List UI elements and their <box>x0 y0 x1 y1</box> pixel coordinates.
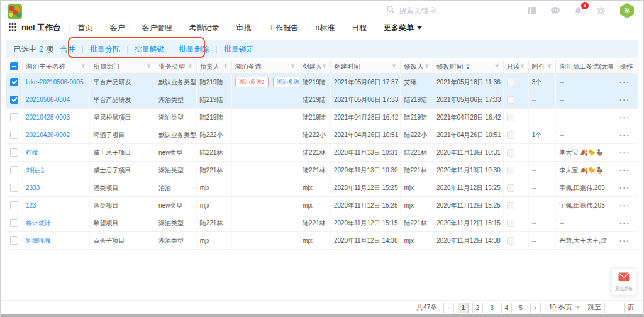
nav-more-menu[interactable]: 更多菜单 <box>384 23 422 33</box>
notifications-bell-icon[interactable]: 8 <box>574 6 583 16</box>
jump-page-input[interactable] <box>604 303 625 313</box>
cell-dept: 威士忌子项目 <box>90 144 155 161</box>
batch-button-3[interactable]: 批量删除 <box>179 44 209 55</box>
record-link[interactable]: 20210506-0004 <box>26 96 70 103</box>
row-actions-button[interactable]: ··· <box>619 131 630 139</box>
filter-icon[interactable] <box>519 64 525 69</box>
batch-button-2[interactable]: 批量解锁 <box>135 44 165 55</box>
page-button-5[interactable]: 5 <box>516 303 526 313</box>
row-actions-button[interactable]: ··· <box>619 184 630 192</box>
next-page-button[interactable]: › <box>530 303 541 313</box>
page-button-2[interactable]: 2 <box>472 303 483 313</box>
row-actions-button[interactable]: ··· <box>619 237 630 245</box>
record-link[interactable]: 20210426-0002 <box>26 131 70 138</box>
cell-multi <box>232 214 300 231</box>
filter-icon[interactable] <box>321 64 327 69</box>
table-row: 阿姨嘎嘎百合子项目湖泊类型mjxmjx2020年11月12日 14:38mjx2… <box>6 232 638 250</box>
row-checkbox[interactable] <box>10 96 18 104</box>
sort-icon[interactable] <box>466 64 470 69</box>
record-link[interactable]: 阿姨嘎嘎 <box>26 236 51 245</box>
cell-readonly <box>504 74 529 91</box>
cell-created: 2020年11月13日 10:30 <box>331 162 401 179</box>
row-checkbox[interactable] <box>10 201 18 209</box>
record-link[interactable]: 刘拉拉 <box>26 166 45 175</box>
column-label-wrap: 创建人 <box>303 62 321 71</box>
cell-multi <box>232 197 300 214</box>
page-size-select[interactable]: 10 条/页 <box>545 303 584 313</box>
row-actions-button[interactable]: ··· <box>619 79 630 86</box>
record-link[interactable]: 柠檬 <box>26 148 38 157</box>
nav-item-6[interactable]: 工作报告 <box>268 23 298 33</box>
row-checkbox[interactable] <box>10 184 18 192</box>
page-button-4[interactable]: 4 <box>501 303 512 313</box>
cell-type: 湖泊类型 <box>155 162 197 179</box>
nav-item-8[interactable]: 日程 <box>352 23 367 33</box>
table-row: 20210426-0002啤酒子项目默认业务类型陆222小陆222小2021年0… <box>6 126 638 144</box>
cell-modified: 2021年05月06日 17:33 <box>433 91 504 108</box>
user-avatar[interactable]: 琳 <box>620 3 634 18</box>
record-link[interactable]: 2333 <box>26 184 40 191</box>
record-link[interactable]: lake-20210506-0005 <box>26 79 84 86</box>
cell-attach: -- <box>529 144 557 161</box>
row-checkbox[interactable] <box>10 148 18 157</box>
messages-icon[interactable] <box>550 6 560 15</box>
nav-item-7[interactable]: n标准 <box>315 23 335 33</box>
cell-creator: mjx <box>299 179 331 196</box>
batch-button-1[interactable]: 批量分配 <box>90 44 120 55</box>
merge-button[interactable]: 合并 <box>60 44 75 55</box>
nav-item-3[interactable]: 客户管理 <box>142 23 172 33</box>
column-label-wrap: 修改时间 <box>436 62 470 71</box>
row-checkbox[interactable] <box>10 113 18 121</box>
cell-modifier: 陆221林 <box>401 144 433 161</box>
row-actions-button[interactable]: ··· <box>619 96 630 104</box>
filter-icon[interactable] <box>494 64 500 69</box>
page-button-1[interactable]: 1 <box>458 303 469 313</box>
nav-item-4[interactable]: 考勤记录 <box>189 23 219 33</box>
filter-icon[interactable] <box>290 64 296 69</box>
row-checkbox[interactable] <box>10 166 18 174</box>
filter-icon[interactable] <box>80 64 86 69</box>
column-label-wrap: 湖泊主子名称 <box>26 62 65 71</box>
record-link[interactable]: 将计就计 <box>26 219 51 228</box>
row-actions-button[interactable]: ··· <box>619 220 630 227</box>
app-logo[interactable] <box>8 4 22 19</box>
prev-page-button[interactable]: ‹ <box>443 303 454 313</box>
record-link[interactable]: 20210428-0003 <box>26 114 70 121</box>
nav-item-1[interactable]: 首页 <box>77 23 92 33</box>
filter-icon[interactable] <box>424 64 430 69</box>
filter-icon[interactable] <box>146 64 152 69</box>
nav-item-5[interactable]: 审批 <box>236 23 251 33</box>
row-actions-button[interactable]: ··· <box>619 114 630 121</box>
nav-divider: | <box>69 25 70 32</box>
cell-type: 湖泊类型 <box>155 109 197 126</box>
workspace-title[interactable]: niel 工作台 <box>21 23 61 33</box>
jump-suffix-label: 页 <box>628 303 635 312</box>
cell-employees: 丹慧,大王大王,漂 <box>556 232 616 249</box>
filter-icon[interactable] <box>223 64 228 69</box>
filter-icon[interactable] <box>391 64 397 69</box>
cell-readonly <box>504 91 529 108</box>
row-actions-button[interactable]: ··· <box>619 149 630 157</box>
row-checkbox[interactable] <box>10 236 18 245</box>
settings-gear-icon[interactable] <box>596 6 606 16</box>
row-checkbox[interactable] <box>10 219 18 227</box>
row-checkbox[interactable] <box>10 78 18 86</box>
cell-type: 默认业务类型 <box>155 74 197 91</box>
cell-employees: 宇佩,田嘉伟,205 <box>556 197 616 214</box>
feedback-button[interactable]: 意见反馈 <box>611 268 636 296</box>
row-actions-button[interactable]: ··· <box>619 167 630 174</box>
row-actions-button[interactable]: ··· <box>619 202 630 209</box>
nav-item-2[interactable]: 客户 <box>109 23 125 33</box>
search-input[interactable] <box>399 6 473 15</box>
record-link[interactable]: 123 <box>26 202 36 209</box>
row-checkbox[interactable] <box>10 131 18 139</box>
batch-button-4[interactable]: 批量锁定 <box>224 44 254 55</box>
filter-icon[interactable] <box>187 64 193 69</box>
select-all-checkbox[interactable] <box>10 62 18 70</box>
page-button-3[interactable]: 3 <box>487 303 497 313</box>
apps-grid-icon[interactable] <box>9 23 16 33</box>
column-label-wrap: 操作 <box>619 62 633 71</box>
notebook-icon[interactable] <box>527 6 537 15</box>
filter-icon[interactable] <box>547 64 552 69</box>
cell-ops: ··· <box>616 179 638 196</box>
